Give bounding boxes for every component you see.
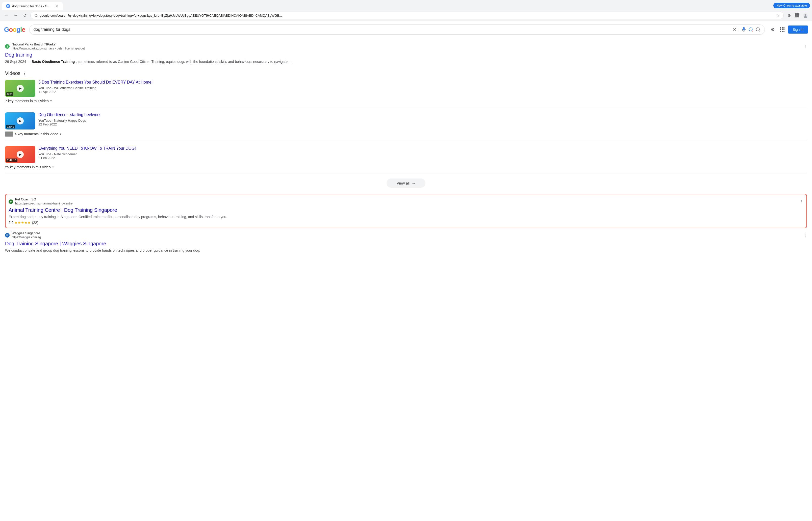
svg-point-15 [756,28,760,31]
svg-rect-4 [797,15,798,16]
key-moments-expand-1[interactable]: ▾ [50,99,52,103]
nparks-snippet-date: 26 Sept 2024 — [5,60,31,64]
svg-rect-0 [795,14,796,15]
result-source-nparks: National Parks Board (NParks) https://ww… [5,42,807,50]
nparks-snippet-bold: Basic Obedience Training [31,60,75,64]
back-button[interactable]: ← [3,12,10,19]
petcoach-source-url: https://petcoach.sg › animal-training-ce… [15,202,798,206]
waggies-result-title[interactable]: Dog Training Singapore | Waggies Singapo… [5,240,807,247]
result-source-waggies: W Waggies Singapore https://waggie.com.s… [5,231,807,239]
refresh-icon: ↺ [23,13,26,18]
video-duration-1: 8:31 [6,92,14,96]
nparks-result-snippet: 26 Sept 2024 — Basic Obedience Training … [5,59,807,64]
petcoach-source-name: Pet Coach SG [15,197,798,202]
apps-icon[interactable] [779,26,786,33]
back-icon: ← [4,13,8,18]
video-title-1[interactable]: 5 Dog Training Exercises You Should Do E… [38,80,807,85]
video-row-3: ▶ 2:49:16 Everything You NEED To KNOW To… [5,146,807,163]
key-moments-1[interactable]: 7 key moments in this video ▾ [5,99,807,103]
sign-in-button[interactable]: Sign in [788,25,808,33]
new-chrome-badge[interactable]: New Chrome available [773,3,810,8]
clear-search-button[interactable]: ✕ [733,27,737,32]
svg-rect-18 [784,27,785,28]
settings-button[interactable]: ⚙ [786,12,793,19]
refresh-button[interactable]: ↺ [21,12,28,19]
video-date-1: 11 Apr 2022 [38,90,807,94]
results-area: National Parks Board (NParks) https://ww… [0,38,812,263]
svg-rect-21 [784,29,785,30]
header-right: ⚙ Sign in [769,25,808,33]
video-thumb-3[interactable]: ▶ 2:49:16 [5,146,35,163]
apps-grid-button[interactable] [794,12,801,19]
video-play-btn-2[interactable]: ▶ [17,117,24,124]
browser-chrome: G dog training for dogs - Google Search … [0,0,812,21]
tab-title: dog training for dogs - Google Search [12,4,52,8]
search-submit-button[interactable] [755,27,761,32]
active-tab[interactable]: G dog training for dogs - Google Search … [2,2,63,10]
petcoach-stars: ★★★★★ [15,221,31,225]
video-title-3[interactable]: Everything You NEED To KNOW To TRAIN You… [38,146,807,151]
key-moments-expand-2[interactable]: ▾ [60,132,61,136]
video-duration-3: 2:49:16 [6,159,17,162]
result-nparks: National Parks Board (NParks) https://ww… [5,42,807,64]
forward-button[interactable]: → [12,12,19,19]
lens-search-button[interactable] [748,27,753,32]
voice-search-button[interactable] [741,27,746,32]
video-play-btn-1[interactable]: ▶ [17,85,24,92]
search-input[interactable] [33,27,730,32]
video-date-3: 2 Feb 2022 [38,156,807,160]
video-item-2: ▶ 13:49 Dog Obedience - starting heelwor… [5,112,807,141]
video-row-1: ▶ 8:31 5 Dog Training Exercises You Shou… [5,80,807,97]
video-title-2[interactable]: Dog Obedience - starting heelwork [38,112,807,118]
search-box[interactable]: ✕ | [29,24,765,35]
svg-rect-17 [782,27,783,28]
svg-rect-7 [797,16,798,17]
location-icon: ⊙ [35,14,38,17]
key-moments-label-3: 25 key moments in this video [5,165,51,169]
petcoach-more-button[interactable]: ⋮ [800,200,804,204]
svg-rect-1 [797,14,798,15]
svg-rect-24 [784,31,785,32]
svg-point-14 [749,28,752,31]
view-all-container: View all → [5,179,807,188]
key-moments-3[interactable]: 25 key moments in this video ▾ [5,165,807,169]
key-moments-expand-3[interactable]: ▾ [52,165,54,169]
video-thumb-1[interactable]: ▶ 8:31 [5,80,35,97]
nparks-source-url: https://www.nparks.gov.sg › avs › pets ›… [12,47,802,51]
view-all-arrow-icon: → [411,181,415,185]
key-moments-thumb-2 [5,132,13,137]
video-item-3: ▶ 2:49:16 Everything You NEED To KNOW To… [5,146,807,174]
profile-button[interactable] [802,12,809,19]
address-bar[interactable]: ⊙ google.com/search?q=dog+training+for+d… [30,12,784,19]
search-icons: ✕ | [733,27,761,32]
nparks-favicon [5,44,9,49]
key-moments-2[interactable]: 4 key moments in this video ▾ [5,132,807,137]
svg-rect-22 [780,31,781,32]
bookmark-icon[interactable]: ☆ [776,14,780,17]
key-moments-label-2: 4 key moments in this video [15,132,58,136]
petcoach-result-title[interactable]: Animal Training Centre | Dog Training Si… [8,207,804,213]
settings-icon[interactable]: ⚙ [769,26,776,33]
tab-close-button[interactable]: ✕ [54,4,59,8]
nparks-result-title[interactable]: Dog training [5,51,807,58]
svg-rect-16 [780,27,781,28]
video-info-1: 5 Dog Training Exercises You Should Do E… [38,80,807,94]
nparks-source-name: National Parks Board (NParks) [12,42,802,47]
nparks-more-button[interactable]: ⋮ [804,44,807,48]
result-petcoach-wrapper: P Pet Coach SG https://petcoach.sg › ani… [5,194,807,228]
video-thumb-2[interactable]: ▶ 13:49 [5,112,35,130]
video-duration-2: 13:49 [6,125,15,129]
waggies-source-name: Waggies Singapore [12,231,802,235]
petcoach-rating-row: 5.0 ★★★★★ (22) [8,221,804,225]
video-meta-3: YouTube · Nate Schoemer 2 Feb 2022 [38,152,807,160]
videos-more-button[interactable]: ⋮ [22,71,26,76]
tab-favicon: G [6,4,10,8]
view-all-button[interactable]: View all → [387,179,425,188]
waggies-more-button[interactable]: ⋮ [804,233,807,237]
google-header: Google ✕ | [0,21,812,38]
video-row-2: ▶ 13:49 Dog Obedience - starting heelwor… [5,112,807,130]
video-play-btn-3[interactable]: ▶ [17,151,24,158]
videos-section-title: Videos [5,70,20,76]
waggies-source-info: Waggies Singapore https://waggie.com.sg [12,231,802,239]
page-content: Google ✕ | [0,21,812,518]
